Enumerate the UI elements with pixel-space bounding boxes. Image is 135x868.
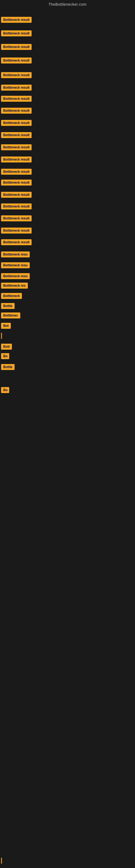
bottleneck-badge: Bottleneck res (1, 283, 28, 289)
cursor-indicator (1, 333, 2, 339)
result-row: Bottleneck result (1, 44, 32, 51)
result-row: Bottleneck result (1, 156, 32, 163)
bottleneck-badge: Bottleneck result (1, 192, 32, 198)
result-row: Bottleneck result (1, 120, 32, 127)
page-container: TheBottlenecker.com Bottleneck resultBot… (0, 0, 135, 868)
result-row: Bottleneck resu (1, 251, 30, 258)
result-row: Bottleneck result (1, 132, 32, 139)
result-row: Bott (1, 344, 12, 351)
bottleneck-badge: Bottleneck result (1, 120, 32, 126)
bottleneck-badge: Bottleneck result (1, 180, 32, 186)
bottleneck-badge: Bottleneck result (1, 215, 32, 221)
bottleneck-badge: Bottleneck result (1, 72, 32, 78)
bottleneck-badge: Bottleneck result (1, 239, 32, 245)
result-row (1, 333, 2, 340)
bottleneck-badge: Bottleneck result (1, 156, 32, 162)
result-row: Bottleneck result (1, 85, 32, 92)
result-row: Bot (1, 323, 11, 330)
bottleneck-badge: Bo (1, 387, 9, 393)
bottleneck-badge: Bott (1, 344, 12, 350)
result-row: Bottleneck result (1, 96, 32, 103)
bottleneck-badge: Bottleneck resu (1, 273, 30, 279)
bottleneck-badge: Bo (1, 353, 9, 359)
result-row: Bottleneck result (1, 180, 32, 187)
bottleneck-badge: Bottleneck result (1, 58, 32, 63)
result-row: Bottleneck result (1, 144, 32, 151)
result-row: Bottleneck result (1, 30, 32, 37)
result-row: Bottleneck res (1, 283, 28, 290)
result-row: Bottleneck resu (1, 273, 30, 280)
result-row: Bottle (1, 303, 14, 310)
bottleneck-badge: Bottle (1, 303, 14, 309)
bottleneck-badge: Bottle (1, 364, 14, 370)
result-row: Bo (1, 353, 9, 360)
result-row: Bottleneck result (1, 58, 32, 65)
bottleneck-badge: Bottleneck result (1, 132, 32, 138)
bottleneck-badge: Bottlenec (1, 312, 20, 318)
result-row: Bottle (1, 364, 14, 371)
result-row: Bottlenec (1, 312, 20, 319)
cursor-indicator (1, 858, 2, 864)
bottleneck-badge: Bottleneck result (1, 44, 32, 50)
result-row: Bottleneck result (1, 239, 32, 246)
bottleneck-badge: Bottleneck resu (1, 251, 30, 257)
result-row: Bottleneck result (1, 227, 32, 235)
result-row: Bottleneck result (1, 108, 32, 115)
bottleneck-badge: Bottleneck result (1, 227, 32, 234)
bottleneck-badge: Bottleneck result (1, 17, 32, 23)
bottleneck-badge: Bottleneck result (1, 169, 32, 175)
result-row: Bottleneck (1, 293, 22, 300)
result-row (1, 858, 2, 865)
bottleneck-badge: Bottleneck result (1, 30, 32, 36)
result-row: Bottleneck result (1, 192, 32, 199)
result-row: Bo (1, 387, 9, 394)
bottleneck-badge: Bottleneck result (1, 85, 32, 91)
result-row: Bottleneck resu (1, 262, 30, 269)
result-row: Bottleneck result (1, 17, 32, 24)
bottleneck-badge: Bottleneck result (1, 108, 32, 114)
bottleneck-badge: Bottleneck result (1, 96, 32, 102)
bottleneck-badge: Bot (1, 323, 11, 329)
site-title: TheBottlenecker.com (0, 0, 135, 9)
result-row: Bottleneck result (1, 72, 32, 79)
result-row: Bottleneck result (1, 215, 32, 222)
bottleneck-badge: Bottleneck resu (1, 262, 30, 268)
bottleneck-badge: Bottleneck result (1, 144, 32, 150)
bottleneck-badge: Bottleneck result (1, 204, 32, 209)
result-row: Bottleneck result (1, 169, 32, 176)
bottleneck-badge: Bottleneck (1, 293, 22, 299)
result-row: Bottleneck result (1, 204, 32, 211)
